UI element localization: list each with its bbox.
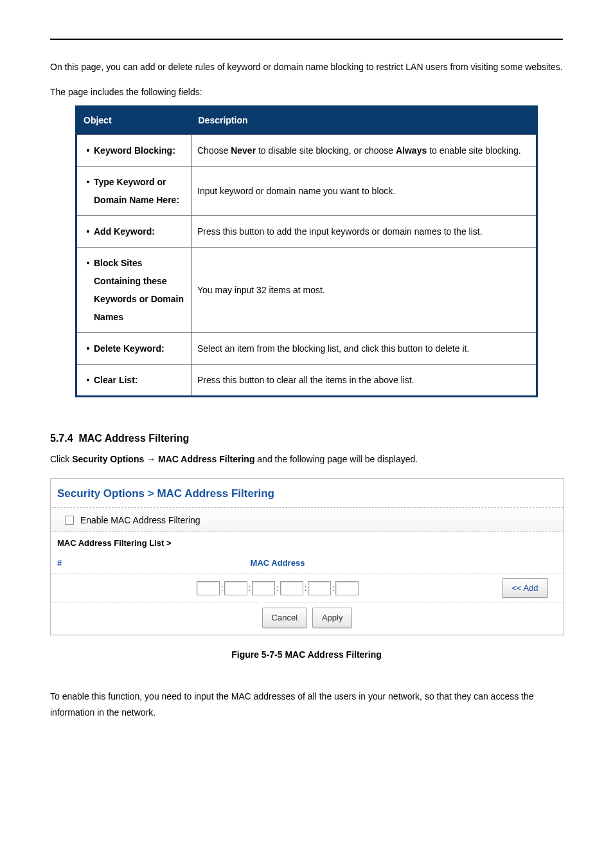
enable-checkbox[interactable] [65,516,74,525]
mac-octet-6[interactable] [335,581,359,595]
col-action [486,553,564,574]
enable-row: Enable MAC Address Filtering [51,508,564,532]
add-button[interactable]: << Add [502,578,547,598]
mac-input-row: ::::: << Add [51,574,564,602]
desc-text: to enable site blocking. [427,145,520,156]
bullet-icon: • [82,254,94,326]
bullet-icon: • [82,141,94,159]
desc-bold: Never [231,145,256,156]
section-num: 5.7.4 [50,433,73,444]
table-row: •Add Keyword: Press this button to add t… [76,215,537,247]
mac-octet-3[interactable] [252,581,275,595]
top-rule [50,39,563,40]
mac-octet-2[interactable] [224,581,247,595]
obj-label: Delete Keyword: [94,339,186,357]
mac-octet-5[interactable] [308,581,331,595]
desc-bold: Always [396,145,427,156]
arrow-icon: → [144,454,158,464]
obj-label: Add Keyword: [94,222,186,240]
click-instruction: Click Security Options → MAC Address Fil… [50,451,563,467]
panel-footer: Cancel Apply [51,602,564,634]
text-bold: MAC Address Filtering [158,454,254,464]
section-title: MAC Address Filtering [78,433,189,444]
desc-text: Choose [197,145,231,156]
panel-title: Security Options > MAC Address Filtering [51,479,564,509]
intro-text: On this page, you can add or delete rule… [50,59,563,75]
enable-paragraph: To enable this function, you need to inp… [50,689,563,721]
desc-cell: Input keyword or domain name you want to… [192,166,537,215]
apply-button[interactable]: Apply [312,608,353,628]
bullet-icon: • [82,222,94,240]
th-object: Object [76,107,192,134]
bullet-icon: • [82,371,94,389]
col-hash: # [51,553,69,574]
fields-table: Object Description •Keyword Blocking: Ch… [75,105,538,397]
colon-icon: : [303,584,308,593]
desc-cell: Choose Never to disable site blocking, o… [192,134,537,166]
text-bold: Security Options [72,454,144,464]
table-row: •Clear List: Press this button to clear … [76,364,537,396]
table-row: •Delete Keyword: Select an item from the… [76,332,537,364]
desc-cell: You may input 32 items at most. [192,247,537,332]
figure-caption: Figure 5-7-5 MAC Address Filtering [50,647,563,663]
mac-table: # MAC Address ::::: << Add [51,553,564,602]
table-row: •Keyword Blocking: Choose Never to disab… [76,134,537,166]
table-row: •Block Sites Containing these Keywords o… [76,247,537,332]
mac-filtering-panel: Security Options > MAC Address Filtering… [50,478,564,635]
section-heading: 5.7.4 MAC Address Filtering [50,429,563,448]
desc-cell: Press this button to clear all the items… [192,364,537,396]
table-row: •Type Keyword or Domain Name Here: Input… [76,166,537,215]
colon-icon: : [247,584,252,593]
th-description: Description [192,107,537,134]
col-mac: MAC Address [69,553,486,574]
obj-label: Clear List: [94,371,186,389]
colon-icon: : [331,584,335,593]
desc-text: to disable site blocking, or choose [256,145,396,156]
mac-address-inputs: ::::: [69,574,486,602]
obj-label: Keyword Blocking: [94,141,186,159]
desc-cell: Select an item from the blocking list, a… [192,332,537,364]
bullet-icon: • [82,173,94,209]
enable-label: Enable MAC Address Filtering [80,515,200,525]
obj-label: Type Keyword or Domain Name Here: [94,173,186,209]
text: Click [50,454,72,464]
obj-label: Block Sites Containing these Keywords or… [94,254,186,326]
cancel-button[interactable]: Cancel [262,608,307,628]
mac-octet-4[interactable] [280,581,303,595]
mac-octet-1[interactable] [197,581,220,595]
fields-intro: The page includes the following fields: [50,84,563,100]
list-heading: MAC Address Filtering List > [51,532,564,553]
desc-cell: Press this button to add the input keywo… [192,215,537,247]
colon-icon: : [275,584,280,593]
colon-icon: : [220,584,224,593]
text: and the following page will be displayed… [254,454,418,464]
bullet-icon: • [82,339,94,357]
